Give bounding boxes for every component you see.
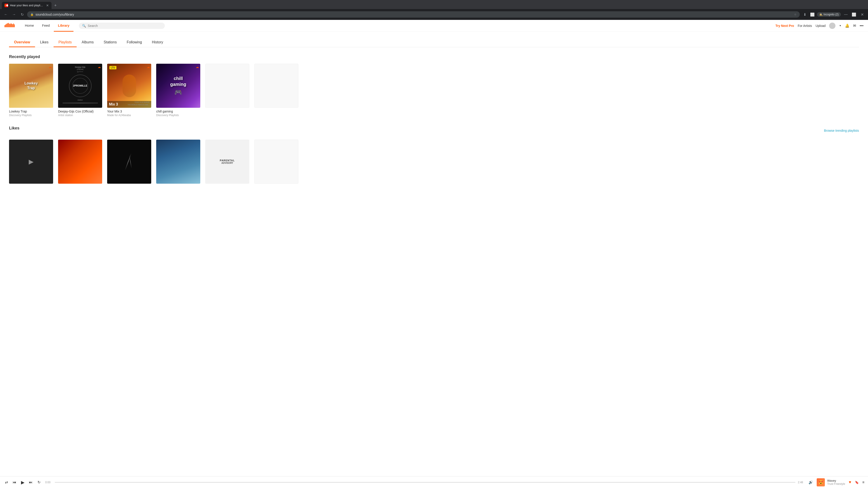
recently-played-cards: LowkeyTrap ☁ Lowkey Trap Discovery Playl… xyxy=(9,64,859,117)
header-right: Try Next Pro For Artists Upload ▼ 🔔 ✉ ••… xyxy=(775,23,864,29)
like-card-4-image xyxy=(156,140,200,184)
lowkey-trap-artwork: LowkeyTrap ☁ xyxy=(9,64,53,108)
card-lowkey-trap-image: LowkeyTrap ☁ xyxy=(9,64,53,108)
card-deejay-title: Deejay-Gijs Cox (Official) xyxy=(58,109,102,113)
try-next-pro-button[interactable]: Try Next Pro xyxy=(775,24,794,28)
chill-artwork: chillgaming 🎮 ☁ xyxy=(156,64,200,108)
address-bar[interactable]: 🔒 soundcloud.com/you/library ☆ xyxy=(27,11,800,18)
active-tab[interactable]: Hear your likes and playlists, an ✕ xyxy=(2,2,52,9)
shuffle-button[interactable]: ⇄ xyxy=(4,480,9,485)
browse-trending-link[interactable]: Browse trending playlists xyxy=(824,129,859,132)
like-card-2[interactable] xyxy=(58,140,102,184)
search-bar[interactable]: 🔍 xyxy=(79,23,165,29)
card-deejay-gijs-image: Deejay-Gijs (Official) gyGox 2PROMILLE s… xyxy=(58,64,102,108)
like-card-1[interactable]: ▶ xyxy=(9,140,53,184)
soundcloud-app: Home Feed Library 🔍 Try Next Pro For Art… xyxy=(0,20,868,488)
search-icon: 🔍 xyxy=(82,24,86,28)
new-tab-button[interactable]: + xyxy=(53,2,59,9)
nav-library[interactable]: Library xyxy=(54,20,73,32)
downloads-button[interactable]: ⬇ xyxy=(802,11,808,18)
nav-home[interactable]: Home xyxy=(21,20,38,32)
toolbar-right-buttons: ⬇ ⬜ 🕵 Incognito (2) xyxy=(802,11,841,18)
library-tabs: Overview Likes Playlists Albums Stations… xyxy=(9,38,859,47)
more-options-icon[interactable]: ••• xyxy=(860,24,864,28)
tab-bar: Hear your likes and playlists, an ✕ + xyxy=(0,0,868,9)
volume-icon[interactable]: 🔊 xyxy=(809,480,813,484)
forward-button[interactable]: → xyxy=(11,11,17,18)
svg-rect-5 xyxy=(9,24,9,27)
card-your-mix-3-image: LTU TONY H & SHAVETHE WORLD FAMOUS ONE..… xyxy=(107,64,151,108)
back-button[interactable]: ← xyxy=(3,11,9,18)
reload-button[interactable]: ↻ xyxy=(19,11,25,18)
avatar-chevron-icon[interactable]: ▼ xyxy=(839,24,841,27)
card-your-mix-3[interactable]: LTU TONY H & SHAVETHE WORLD FAMOUS ONE..… xyxy=(107,64,151,117)
card-chill-gaming[interactable]: chillgaming 🎮 ☁ chill gaming Discovery P… xyxy=(156,64,200,117)
messages-icon[interactable]: ✉ xyxy=(853,24,856,28)
card-deejay-gijs[interactable]: Deejay-Gijs (Official) gyGox 2PROMILLE s… xyxy=(58,64,102,117)
card-mix3-title: Your Mix 3 xyxy=(107,109,151,113)
tab-albums[interactable]: Albums xyxy=(76,38,98,47)
likes-section-title: Likes xyxy=(9,126,20,131)
like-card-5[interactable]: PARENTAL ADVISORY xyxy=(205,140,249,184)
progress-bar[interactable] xyxy=(55,482,796,483)
window-close-button[interactable]: ✕ xyxy=(859,11,865,18)
player-bar: ⇄ ⏮ ▶ ⏭ ↻ 0:00 2:48 🔊 😍 Wavey Trust Free… xyxy=(0,476,868,488)
svg-rect-4 xyxy=(8,23,8,27)
like-card-3[interactable] xyxy=(107,140,151,184)
window-maximize-button[interactable]: ⬜ xyxy=(851,11,857,18)
play-button[interactable]: ▶ xyxy=(20,480,25,485)
tab-title: Hear your likes and playlists, an xyxy=(10,4,44,7)
card-chill-title: chill gaming xyxy=(156,109,200,113)
tab-favicon xyxy=(4,4,8,7)
tab-stations[interactable]: Stations xyxy=(99,38,122,47)
notifications-icon[interactable]: 🔔 xyxy=(845,24,849,28)
card-empty-2 xyxy=(254,64,298,117)
extensions-button[interactable]: ⬜ xyxy=(809,11,815,18)
search-input[interactable] xyxy=(88,24,162,28)
player-track-info: 😍 Wavey Trust Freestyle xyxy=(817,478,845,486)
player-right-section: 🔊 xyxy=(809,480,813,484)
progress-current: 0:00 xyxy=(45,481,53,484)
card-lowkey-trap[interactable]: LowkeyTrap ☁ Lowkey Trap Discovery Playl… xyxy=(9,64,53,117)
next-button[interactable]: ⏭ xyxy=(28,480,33,485)
svg-rect-0 xyxy=(4,25,5,27)
window-minimize-button[interactable]: — xyxy=(843,11,849,18)
avatar[interactable] xyxy=(829,23,835,29)
nav-feed[interactable]: Feed xyxy=(38,20,54,32)
track-thumbnail: 😍 xyxy=(817,478,825,486)
likes-cards: ▶ xyxy=(9,140,859,184)
like-card-3-image xyxy=(107,140,151,184)
like-card-1-image: ▶ xyxy=(9,140,53,184)
player-like-button[interactable]: ♥ xyxy=(849,480,851,485)
main-nav: Home Feed Library xyxy=(21,20,73,32)
tab-history[interactable]: History xyxy=(147,38,168,47)
incognito-label: Incognito (2) xyxy=(824,13,839,16)
player-queue-icon[interactable]: ≡ xyxy=(862,480,864,484)
progress-total: 2:48 xyxy=(798,481,805,484)
sc-icon-mix3: ☁ xyxy=(147,65,150,69)
svg-rect-9 xyxy=(12,24,13,27)
soundcloud-logo[interactable] xyxy=(4,22,16,29)
tab-likes[interactable]: Likes xyxy=(35,38,53,47)
tab-close-button[interactable]: ✕ xyxy=(46,4,49,7)
card-chill-subtitle: Discovery Playlists xyxy=(156,113,200,117)
for-artists-button[interactable]: For Artists xyxy=(798,24,812,28)
svg-rect-11 xyxy=(14,24,15,27)
library-content: Overview Likes Playlists Albums Stations… xyxy=(0,32,868,215)
tab-playlists[interactable]: Playlists xyxy=(54,38,77,47)
sc-icon-deejay: ☁ xyxy=(98,65,101,69)
upload-button[interactable]: Upload xyxy=(815,24,826,28)
tab-overview[interactable]: Overview xyxy=(9,38,35,47)
card-empty-1 xyxy=(205,64,249,117)
like-card-4[interactable] xyxy=(156,140,200,184)
bookmark-icon[interactable]: ☆ xyxy=(794,13,797,16)
repeat-button[interactable]: ↻ xyxy=(36,480,41,485)
tab-following[interactable]: Following xyxy=(122,38,147,47)
card-empty-1-image xyxy=(205,64,249,108)
address-text: soundcloud.com/you/library xyxy=(35,13,792,16)
mix3-artwork: LTU TONY H & SHAVETHE WORLD FAMOUS ONE..… xyxy=(107,64,151,108)
player-progress: 0:00 2:48 xyxy=(45,481,805,484)
prev-button[interactable]: ⏮ xyxy=(12,480,17,485)
player-add-to-queue-icon[interactable]: 🔖 xyxy=(855,481,859,484)
card-chill-gaming-image: chillgaming 🎮 ☁ xyxy=(156,64,200,108)
